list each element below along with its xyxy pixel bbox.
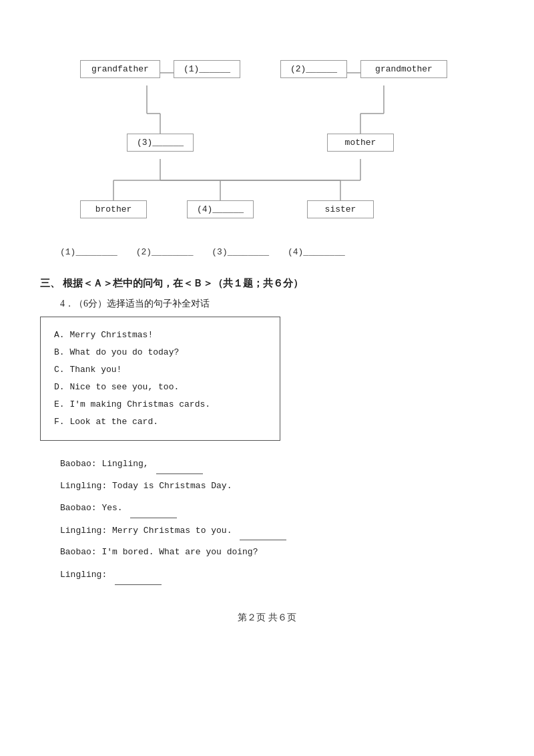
blank4-label: (4)______ (197, 204, 244, 214)
speaker-lingling-2: Lingling: (60, 526, 107, 536)
mother-node: mother (327, 134, 394, 152)
dialogue-section: Baobao: Lingling, Lingling: Today is Chr… (60, 454, 494, 585)
sister-label: sister (325, 204, 356, 214)
dialogue-blank-2 (130, 498, 177, 518)
blank2-label: (2)______ (290, 64, 337, 74)
option-e: E. I'm making Christmas cards. (54, 396, 266, 413)
blank1-label: (1)______ (184, 64, 230, 74)
family-tree: grandfather (1)______ (2)______ grandmot… (40, 27, 494, 240)
footer-text: 第２页 共６页 (238, 612, 296, 622)
dialogue-text-3: Yes. (101, 503, 122, 513)
dialogue-line-4: Lingling: Merry Christmas to you. (60, 521, 494, 541)
blank1-node: (1)______ (174, 60, 240, 78)
option-c: C. Thank you! (54, 361, 266, 379)
blank4-node: (4)______ (187, 200, 254, 218)
answer-3: (3)________ (212, 247, 269, 257)
dialogue-text-4: Merry Christmas to you. (112, 526, 232, 536)
dialogue-line-2: Lingling: Today is Christmas Day. (60, 477, 494, 496)
grandfather-label: grandfather (91, 64, 149, 74)
dialogue-text-2: Today is Christmas Day. (112, 481, 232, 491)
sister-node: sister (307, 200, 374, 218)
dialogue-text-5: I'm bored. What are you doing? (101, 547, 258, 557)
dialogue-blank-1 (156, 454, 203, 474)
question-label: 4．（6分）选择适当的句子补全对话 (60, 298, 494, 310)
mother-label: mother (345, 138, 376, 148)
section3-header-text: 三、 根据＜Ａ＞栏中的问句，在＜Ｂ＞（共１题；共６分） (40, 278, 303, 289)
brother-label: brother (95, 204, 132, 214)
speaker-baobao-1: Baobao: (60, 459, 97, 469)
dialogue-blank-3 (240, 521, 286, 541)
dialogue-line-6: Lingling: (60, 565, 494, 585)
page-footer: 第２页 共６页 (40, 612, 494, 624)
options-box: A. Merry Christmas! B. What do you do to… (40, 317, 280, 441)
option-a: A. Merry Christmas! (54, 327, 266, 344)
dialogue-line-1: Baobao: Lingling, (60, 454, 494, 474)
section3-header: 三、 根据＜Ａ＞栏中的问句，在＜Ｂ＞（共１题；共６分） (40, 277, 494, 290)
option-f: F. Look at the card. (54, 413, 266, 431)
blank3-node: (3)______ (127, 134, 194, 152)
grandmother-node: grandmother (360, 60, 447, 78)
speaker-baobao-3: Baobao: (60, 547, 97, 557)
option-d: D. Nice to see you, too. (54, 379, 266, 396)
grandmother-label: grandmother (375, 64, 433, 74)
speaker-lingling-1: Lingling: (60, 481, 107, 491)
speaker-baobao-2: Baobao: (60, 503, 97, 513)
dialogue-text-1: Lingling, (101, 459, 148, 469)
answer-row: (1)________ (2)________ (3)________ (4)_… (60, 247, 494, 257)
option-b: B. What do you do today? (54, 344, 266, 361)
brother-node: brother (80, 200, 147, 218)
dialogue-line-5: Baobao: I'm bored. What are you doing? (60, 543, 494, 562)
question-label-text: 4．（6分）选择适当的句子补全对话 (60, 299, 210, 309)
answer-1: (1)________ (60, 247, 117, 257)
blank2-node: (2)______ (280, 60, 347, 78)
blank3-label: (3)______ (137, 138, 184, 148)
answer-2: (2)________ (136, 247, 194, 257)
speaker-lingling-3: Lingling: (60, 570, 107, 580)
dialogue-line-3: Baobao: Yes. (60, 498, 494, 518)
grandfather-node: grandfather (80, 60, 160, 78)
answer-4: (4)________ (288, 247, 345, 257)
dialogue-blank-4 (115, 565, 162, 585)
